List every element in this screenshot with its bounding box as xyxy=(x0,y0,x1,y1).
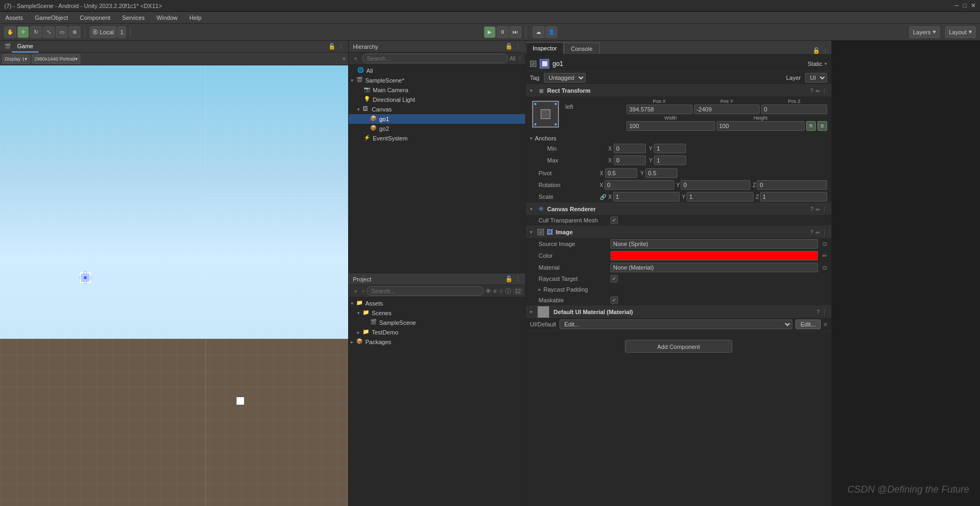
center-handle[interactable] xyxy=(84,276,87,279)
scale-z-field[interactable]: 1 xyxy=(760,192,827,202)
material-section-header[interactable]: ▾ Default UI Material (Material) ? ⋮ xyxy=(526,306,831,318)
mat-help-icon[interactable]: ? xyxy=(816,309,820,315)
rect-tool-btn[interactable]: ▭ xyxy=(56,26,68,38)
rotate-tool-btn[interactable]: ↻ xyxy=(30,26,42,38)
scene-panel-lock-icon[interactable]: 🔓 xyxy=(328,43,336,50)
global-label[interactable]: 1 xyxy=(117,26,126,38)
inspector-menu-icon[interactable]: ⋮ xyxy=(822,47,828,54)
scene-object-go1[interactable] xyxy=(80,272,91,283)
hand-tool-btn[interactable]: ✋ xyxy=(4,26,16,38)
color-field[interactable] xyxy=(610,251,818,261)
cr-help-icon[interactable]: ? xyxy=(810,206,813,212)
game-tab[interactable]: Game xyxy=(12,41,39,53)
hier-item-go1[interactable]: 📦 go1 xyxy=(349,114,525,124)
menu-services[interactable]: Services xyxy=(120,13,147,22)
cr-more-icon[interactable]: ⋮ xyxy=(822,206,827,212)
cr-presets-icon[interactable]: ⇔ xyxy=(815,206,820,212)
scale-y-field[interactable]: 1 xyxy=(687,192,754,202)
pos-z-field[interactable]: 0 xyxy=(761,105,827,114)
blueprint-b-btn[interactable]: B xyxy=(817,121,827,131)
project-search[interactable] xyxy=(366,286,484,296)
maximize-btn[interactable]: □ xyxy=(963,2,967,9)
anchor-min-x-field[interactable]: 0 xyxy=(614,144,646,153)
anchor-max-x-field[interactable]: 0 xyxy=(614,155,646,165)
menu-component[interactable]: Component xyxy=(78,13,113,22)
hierarchy-menu-icon[interactable]: ⋮ xyxy=(515,43,521,50)
hier-item-samplescene[interactable]: ▾ 🎬 SampleScene* xyxy=(349,76,525,85)
object-active-checkbox[interactable] xyxy=(530,61,536,67)
material-picker-icon[interactable]: ⊙ xyxy=(822,264,827,271)
rt-help-icon[interactable]: ? xyxy=(810,88,813,94)
raycast-target-checkbox[interactable] xyxy=(610,275,618,282)
handle-bottom[interactable] xyxy=(84,281,87,284)
source-image-picker-icon[interactable]: ⊙ xyxy=(822,241,827,248)
layout-btn[interactable]: Layout ▾ xyxy=(945,26,976,38)
display-selector[interactable]: Display 1 ▾ xyxy=(2,54,30,64)
layer-select[interactable]: UI xyxy=(805,73,827,83)
layers-btn[interactable]: Layers ▾ xyxy=(909,26,940,38)
blueprint-r-btn[interactable]: R xyxy=(806,121,816,131)
anchor-max-y-field[interactable]: 1 xyxy=(654,155,686,165)
menu-help[interactable]: Help xyxy=(187,13,204,22)
rect-transform-header[interactable]: ▾ ⊞ Rect Transform ? ⇔ ⋮ xyxy=(526,85,831,96)
project-lock-icon[interactable]: 🔓 xyxy=(505,276,513,282)
tag-select[interactable]: Untagged xyxy=(544,73,586,83)
anchors-header[interactable]: ▾ Anchors xyxy=(530,134,827,143)
rt-more-icon[interactable]: ⋮ xyxy=(822,88,827,94)
material-field[interactable]: None (Material) xyxy=(610,263,818,272)
step-btn[interactable]: ⏭ xyxy=(510,26,521,38)
hier-item-all[interactable]: 🌐 All xyxy=(349,66,525,76)
pivot-x-field[interactable]: 0.5 xyxy=(605,168,637,178)
inspector-lock-icon[interactable]: 🔓 xyxy=(813,47,820,54)
handle-right[interactable] xyxy=(89,276,92,279)
canvas-renderer-header[interactable]: ▾ 👁 Canvas Renderer ? ⇔ ⋮ xyxy=(526,203,831,215)
pos-y-field[interactable]: -2409 xyxy=(694,105,760,114)
img-presets-icon[interactable]: ⇔ xyxy=(815,229,820,235)
proj-info-btn[interactable]: ⓘ xyxy=(505,287,511,295)
rot-x-field[interactable]: 0 xyxy=(605,180,674,190)
hierarchy-search[interactable] xyxy=(362,54,508,63)
scale-tool-btn[interactable]: ⤡ xyxy=(43,26,55,38)
menu-window[interactable]: Window xyxy=(154,13,180,22)
rot-z-field[interactable]: 0 xyxy=(757,180,827,190)
static-dropdown-icon[interactable]: ▾ xyxy=(824,61,827,66)
shader-edit-btn[interactable]: Edit... xyxy=(795,319,820,329)
pivot-y-field[interactable]: 0.5 xyxy=(645,168,677,178)
proj-star-btn[interactable]: ☆ xyxy=(498,288,504,295)
proj-item-assets[interactable]: ▾ 📁 Assets xyxy=(349,299,525,308)
minimize-btn[interactable]: ─ xyxy=(955,2,959,9)
multi-tool-btn[interactable]: ⊕ xyxy=(69,26,80,38)
project-menu-icon[interactable]: ⋮ xyxy=(515,276,521,282)
inspector-tab[interactable]: Inspector xyxy=(526,42,564,54)
proj-item-packages[interactable]: ▸ 📦 Packages xyxy=(349,337,525,347)
img-help-icon[interactable]: ? xyxy=(810,229,813,235)
hier-item-canvas[interactable]: ▾ 🖼 Canvas xyxy=(349,105,525,114)
hierarchy-lock-icon[interactable]: 🔓 xyxy=(505,43,513,50)
proj-layout-btn[interactable]: ≡ xyxy=(493,288,496,294)
source-image-field[interactable]: None (Sprite) xyxy=(610,239,818,249)
hier-item-directionallight[interactable]: 💡 Directional Light xyxy=(349,95,525,105)
image-active-checkbox[interactable] xyxy=(537,229,544,235)
width-field[interactable]: 100 xyxy=(627,121,715,131)
proj-eye-btn[interactable]: 👁 xyxy=(485,288,491,294)
pos-x-field[interactable]: 394.5758 xyxy=(627,105,692,114)
hier-item-eventsystem[interactable]: ⚡ EventSystem xyxy=(349,133,525,143)
pause-btn[interactable]: ⏸ xyxy=(497,26,509,38)
collab-btn[interactable]: ☁ xyxy=(533,26,544,38)
cull-checkbox[interactable] xyxy=(610,217,618,224)
menu-gameobject[interactable]: GameObject xyxy=(33,13,70,22)
pivot-label[interactable]: ⦿ Local xyxy=(90,26,116,38)
height-field[interactable]: 100 xyxy=(717,121,805,131)
resolution-selector[interactable]: 2960x1440 Portrait ▾ xyxy=(32,54,80,64)
move-tool-btn[interactable]: ✛ xyxy=(17,26,29,38)
scene-panel-menu-icon[interactable]: ⋮ xyxy=(338,43,344,50)
image-section-header[interactable]: ▾ 🖼 Image ? ⇔ ⋮ xyxy=(526,226,831,238)
hier-item-maincamera[interactable]: 📷 Main Camera xyxy=(349,85,525,95)
account-btn[interactable]: 👤 xyxy=(546,26,557,38)
hier-item-go2[interactable]: 📦 go2 xyxy=(349,124,525,133)
img-more-icon[interactable]: ⋮ xyxy=(822,229,827,235)
menu-assets[interactable]: Assets xyxy=(3,13,25,22)
add-component-btn[interactable]: Add Component xyxy=(625,340,732,353)
maskable-checkbox[interactable] xyxy=(610,296,618,304)
rot-y-field[interactable]: 0 xyxy=(681,180,750,190)
